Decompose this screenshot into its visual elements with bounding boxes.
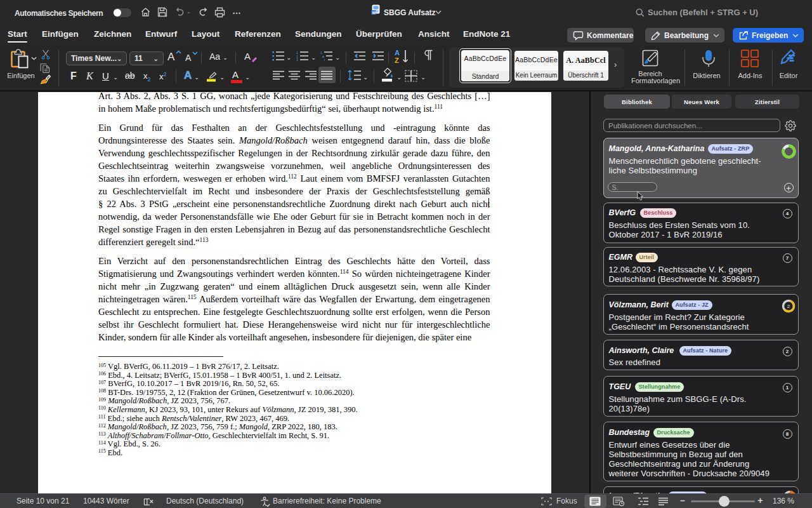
svg-text:3: 3 xyxy=(296,58,298,61)
svg-text:W: W xyxy=(372,10,376,15)
svg-text:2: 2 xyxy=(787,304,790,309)
svg-text:i: i xyxy=(324,58,325,61)
svg-text:A: A xyxy=(395,49,400,57)
svg-text:Z: Z xyxy=(395,57,399,64)
